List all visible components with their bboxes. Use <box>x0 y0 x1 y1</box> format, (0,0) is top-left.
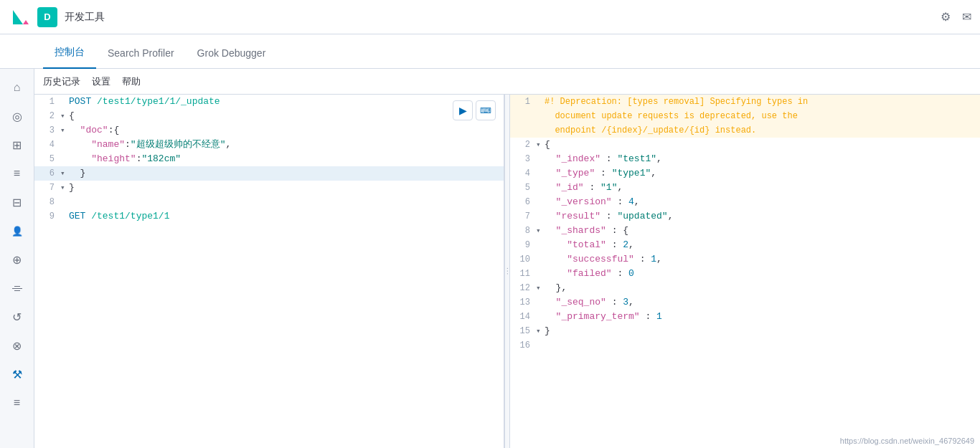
devtools-toolbar: 历史记录 设置 帮助 <box>34 69 980 95</box>
fold-icon[interactable]: ▾ <box>536 324 545 338</box>
sidebar-icon-canvas[interactable]: ⊟ <box>4 189 30 215</box>
code-line: 7▾} <box>34 181 504 195</box>
line-number: 14 <box>513 310 536 324</box>
sidebar-icon-visualize[interactable]: ⊞ <box>4 132 30 158</box>
code-line: 5 "height":"182cm" <box>34 152 504 166</box>
code-content: "_index" : "test1", <box>545 152 977 166</box>
fold-icon[interactable]: ▾ <box>536 281 545 295</box>
left-editor[interactable]: 1POST /test1/type1/1/_update2▾{3▾ "doc":… <box>34 95 504 448</box>
tab-bar: 控制台 Search Profiler Grok Debugger <box>0 34 980 69</box>
line-number: 5 <box>37 152 60 166</box>
code-content: POST /test1/type1/1/_update <box>69 95 501 109</box>
code-content: "failed" : 0 <box>545 267 977 281</box>
line-number: 2 <box>513 138 536 152</box>
editor-area: 1POST /test1/type1/1/_update2▾{3▾ "doc":… <box>34 95 980 448</box>
help-button[interactable]: 帮助 <box>122 72 141 91</box>
code-line: 1#! Deprecation: [types removal] Specify… <box>510 95 980 109</box>
code-line: 4 "_type" : "type1", <box>510 166 980 181</box>
sidebar: ⌂ ◎ ⊞ ≡ ⊟ 👤 ⊕ ⌯ ↺ ⊗ ⚒ ≡ <box>0 69 34 448</box>
code-line: 15▾} <box>510 324 980 338</box>
line-number: 1 <box>513 95 536 109</box>
code-line: 2▾{ <box>510 138 980 152</box>
line-number: 4 <box>37 138 60 152</box>
code-content: } <box>545 324 977 338</box>
history-button[interactable]: 历史记录 <box>43 72 80 91</box>
line-number: 16 <box>513 338 536 353</box>
copy-as-curl-button[interactable]: ⌨ <box>476 100 496 120</box>
line-number: 15 <box>513 324 536 338</box>
code-content: { <box>545 138 977 152</box>
right-editor: 1#! Deprecation: [types removal] Specify… <box>510 95 980 448</box>
svg-rect-0 <box>9 6 32 29</box>
code-line: 6 "_version" : 4, <box>510 195 980 209</box>
code-content: "_seq_no" : 3, <box>545 295 977 310</box>
code-content: "_shards" : { <box>545 224 977 238</box>
code-line: 13 "_seq_no" : 3, <box>510 295 980 310</box>
main-content: ⌂ ◎ ⊞ ≡ ⊟ 👤 ⊕ ⌯ ↺ ⊗ ⚒ ≡ 历史记录 设置 帮助 1POST… <box>0 69 980 448</box>
sidebar-icon-dashboard[interactable]: ≡ <box>4 161 30 186</box>
code-line: 3▾ "doc":{ <box>34 123 504 138</box>
line-number: 7 <box>37 181 60 195</box>
sidebar-icon-discover[interactable]: ◎ <box>4 103 30 129</box>
line-number: 4 <box>513 166 536 181</box>
code-line: 4 "name":"超级超级帅的不经意", <box>34 138 504 152</box>
code-line: 9GET /test1/type1/1 <box>34 209 504 224</box>
user-avatar: D <box>37 7 57 27</box>
line-number: 5 <box>513 181 536 195</box>
line-number: 3 <box>513 152 536 166</box>
code-line: 16 <box>510 338 980 353</box>
line-number: 1 <box>37 95 60 109</box>
gear-icon[interactable]: ⚙ <box>941 10 951 24</box>
code-line: 10 "successful" : 1, <box>510 252 980 267</box>
sidebar-icon-menu[interactable]: ≡ <box>4 390 30 416</box>
line-number: 10 <box>513 252 536 267</box>
editor-controls: ▶ ⌨ <box>447 97 501 123</box>
sidebar-icon-uptime[interactable]: ↺ <box>4 304 30 330</box>
tab-console[interactable]: 控制台 <box>43 37 96 69</box>
line-number: 9 <box>513 238 536 252</box>
run-button[interactable]: ▶ <box>453 100 473 120</box>
code-line: 9 "total" : 2, <box>510 238 980 252</box>
fold-icon[interactable]: ▾ <box>60 166 69 181</box>
devtools-area: 历史记录 设置 帮助 1POST /test1/type1/1/_update2… <box>34 69 980 448</box>
code-content: "total" : 2, <box>545 238 977 252</box>
mail-icon[interactable]: ✉ <box>962 10 971 24</box>
tab-search-profiler[interactable]: Search Profiler <box>96 39 186 69</box>
code-line: 8▾ "_shards" : { <box>510 224 980 238</box>
sidebar-icon-apm[interactable]: ⌯ <box>4 275 30 301</box>
code-line: 8 <box>34 195 504 209</box>
code-line: 5 "_id" : "1", <box>510 181 980 195</box>
line-number: 8 <box>37 195 60 209</box>
code-content: "_type" : "type1", <box>545 166 977 181</box>
settings-button[interactable]: 设置 <box>92 72 110 91</box>
left-pane-wrapper: 1POST /test1/type1/1/_update2▾{3▾ "doc":… <box>34 95 504 448</box>
sidebar-icon-siem[interactable]: ⊗ <box>4 333 30 358</box>
code-content: "_version" : 4, <box>545 195 977 209</box>
fold-icon[interactable]: ▾ <box>536 138 545 152</box>
pane-splitter[interactable]: ··· <box>504 95 510 448</box>
fold-icon[interactable]: ▾ <box>60 123 69 138</box>
fold-icon[interactable]: ▾ <box>60 109 69 123</box>
fold-icon[interactable]: ▾ <box>536 224 545 238</box>
fold-icon[interactable]: ▾ <box>60 181 69 195</box>
sidebar-icon-devtools[interactable]: ⚒ <box>4 361 30 387</box>
sidebar-icon-home[interactable]: ⌂ <box>4 75 30 100</box>
code-content: GET /test1/type1/1 <box>69 209 501 224</box>
line-number: 3 <box>37 123 60 138</box>
line-number: 7 <box>513 209 536 224</box>
line-number: 6 <box>37 166 60 181</box>
line-number: 6 <box>513 195 536 209</box>
sidebar-icon-graph[interactable]: ⊕ <box>4 247 30 272</box>
code-content: "height":"182cm" <box>69 152 501 166</box>
top-bar: D 开发工具 ⚙ ✉ <box>0 0 980 34</box>
code-content-extra: endpoint /{index}/_update/{id} instead. <box>545 123 977 138</box>
code-content: "successful" : 1, <box>545 252 977 267</box>
code-line-extra: document update requests is deprecated, … <box>510 109 980 123</box>
code-line: 2▾{ <box>34 109 504 123</box>
sidebar-icon-ml[interactable]: 👤 <box>4 218 30 244</box>
tab-grok-debugger[interactable]: Grok Debugger <box>186 39 278 69</box>
left-code-editor[interactable]: 1POST /test1/type1/1/_update2▾{3▾ "doc":… <box>34 95 504 448</box>
code-line: 6▾ } <box>34 166 504 181</box>
kibana-logo <box>9 6 32 29</box>
line-number: 13 <box>513 295 536 310</box>
